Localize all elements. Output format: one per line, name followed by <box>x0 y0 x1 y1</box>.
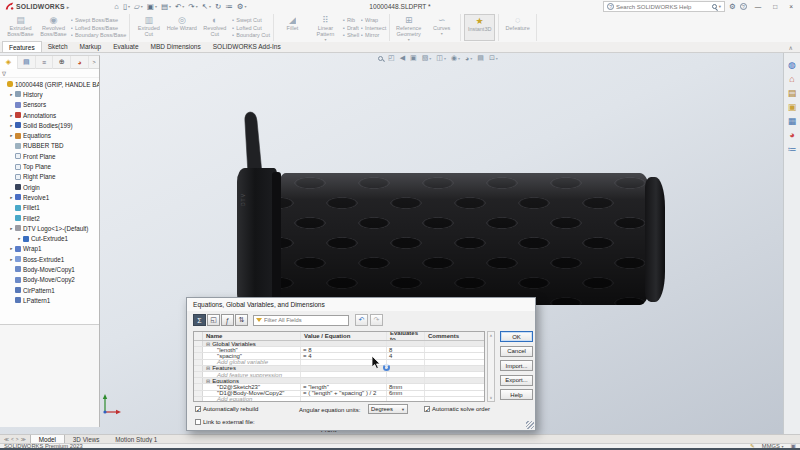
tree-item-right-plane[interactable]: Right Plane <box>0 172 99 182</box>
expand-arrow-icon[interactable]: ▸ <box>9 123 14 128</box>
redo-button[interactable]: ↷▾ <box>188 2 197 11</box>
cell-value[interactable]: = ( "length" + "spacing" ) / 2 <box>301 391 387 396</box>
cancel-button[interactable]: Cancel <box>500 346 533 357</box>
cell-name[interactable]: "length" <box>203 347 301 352</box>
tree-item-origin[interactable]: Origin <box>0 182 99 192</box>
cell-comment[interactable] <box>425 366 484 371</box>
cell-value[interactable] <box>301 378 387 383</box>
cell-name[interactable]: ⊟Equations <box>203 378 301 383</box>
collapse-icon[interactable]: ⊟ <box>206 341 210 346</box>
tab-dimxpertmanager[interactable]: ⊕ <box>53 56 71 69</box>
tab-mbd-dimensions[interactable]: MBD Dimensions <box>145 41 207 52</box>
column-header-evaluates-to[interactable]: Evaluates to <box>387 332 425 340</box>
ribbon-lofted-boss-base-button[interactable]: ▪Lofted Boss/Base <box>71 24 126 32</box>
ribbon-defeature-button[interactable]: ◌Defeature <box>502 14 533 41</box>
solidworks-logo[interactable]: SOLIDWORKS ▸ <box>0 2 74 11</box>
tree-item-cut-extrude1[interactable]: ▸Cut-Extrude1 <box>0 233 99 243</box>
link-external-check-icon[interactable] <box>195 419 201 425</box>
cell-comment[interactable] <box>425 360 484 365</box>
row-selector[interactable] <box>194 391 203 396</box>
search-icon[interactable] <box>712 4 717 9</box>
row-selector[interactable] <box>194 397 203 402</box>
cell-value[interactable] <box>301 341 387 346</box>
expand-arrow-icon[interactable]: ▸ <box>17 236 22 241</box>
tree-item-equations[interactable]: ▸Equations <box>0 130 99 140</box>
tree-item-boss-extrude1[interactable]: ▸Boss-Extrude1 <box>0 254 99 264</box>
scroll-up-icon[interactable]: ∧ <box>490 333 493 338</box>
ribbon-boundary-boss-base-button[interactable]: ▪Boundary Boss/Base <box>71 31 126 39</box>
tab-configurationmanager[interactable]: ≡ <box>36 56 54 69</box>
row-selector[interactable] <box>194 353 203 358</box>
undo-button[interactable]: ↶ <box>355 314 368 326</box>
tab-evaluate[interactable]: Evaluate <box>107 41 144 52</box>
file-explorer-icon[interactable]: ▣ <box>788 102 797 112</box>
manager-tabs-overflow[interactable]: > <box>89 59 99 65</box>
cell-comment[interactable] <box>425 347 484 352</box>
ribbon-shell-button[interactable]: ▪Shell <box>343 31 359 39</box>
expand-arrow-icon[interactable]: ▸ <box>9 133 14 138</box>
help-button[interactable]: Help <box>500 389 533 400</box>
redo-button[interactable]: ↷ <box>370 314 383 326</box>
auto-rebuild-check-icon[interactable] <box>195 406 201 412</box>
tab-markup[interactable]: Markup <box>74 41 108 52</box>
scroll-down-icon[interactable]: ∨ <box>490 395 493 400</box>
row-selector[interactable] <box>194 360 203 365</box>
3dexperience-icon[interactable]: ◍ <box>788 60 796 70</box>
hide-show-items-button[interactable]: ◉▾ <box>451 54 460 62</box>
expand-arrow-icon[interactable]: ▸ <box>9 257 14 262</box>
ribbon-boundary-cut-button[interactable]: ▪Boundary Cut <box>232 31 270 39</box>
ribbon-extruded-cut-button[interactable]: ▥Extruded Cut <box>133 14 164 41</box>
solidworks-resources-icon[interactable]: ⌂ <box>789 74 794 84</box>
cell-name[interactable]: "D2@Sketch23" <box>203 384 301 389</box>
dimension-view-button[interactable]: ƒ <box>221 314 234 326</box>
tree-item-front-plane[interactable]: Front Plane <box>0 151 99 161</box>
restore-button[interactable]: □ <box>769 3 781 10</box>
cell-name[interactable]: Add global variable <box>203 360 301 365</box>
expand-arrow-icon[interactable]: ▸ <box>9 92 14 97</box>
ribbon-wrap-button[interactable]: ▪Wrap <box>361 16 386 24</box>
sketch-equation-view-button[interactable]: ◱ <box>207 314 220 326</box>
tree-item-rubber-tbd[interactable]: RUBBER TBD <box>0 141 99 151</box>
cell-name[interactable]: Add equation <box>203 397 301 402</box>
zoom-fit-button[interactable] <box>378 56 383 61</box>
open-button[interactable]: ▱▾ <box>134 2 143 11</box>
custom-properties-icon[interactable]: ≔ <box>788 144 797 154</box>
cell-comment[interactable] <box>425 372 484 377</box>
design-library-icon[interactable]: ▤ <box>788 88 797 98</box>
ribbon-curves-button[interactable]: ∽Curves▾ <box>426 14 457 41</box>
table-scrollbar[interactable]: ∧∨ <box>487 331 495 402</box>
edit-appearance-button[interactable]: ◕▾ <box>465 55 472 62</box>
dialog-resize-grip[interactable] <box>526 421 534 429</box>
ribbon-mirror-button[interactable]: ▪Mirror <box>361 31 386 39</box>
cell-comment[interactable] <box>425 384 484 389</box>
tab-features[interactable]: Features <box>2 41 42 52</box>
previous-view-button[interactable]: ◀ <box>400 54 405 62</box>
ribbon-collapse-icon[interactable]: ∧ <box>789 44 793 51</box>
tree-item-body-move-copy2[interactable]: Body-Move/Copy2 <box>0 275 99 285</box>
home-button[interactable]: ⌂ <box>114 2 119 11</box>
ribbon-revolved-boss-base-button[interactable]: ◉Revolved Boss/Base <box>38 14 69 41</box>
column-header-value-equation[interactable]: Value / Equation <box>301 332 387 340</box>
new-button[interactable]: ▯▾ <box>123 2 130 11</box>
cell-comment[interactable] <box>425 391 484 396</box>
ok-button[interactable]: OK <box>500 331 533 342</box>
ribbon-draft-button[interactable]: ▪Draft <box>343 24 359 32</box>
tree-item-history[interactable]: ▸History <box>0 89 99 99</box>
cell-name[interactable]: ⊟Global Variables <box>203 341 301 346</box>
tree-item-sensors[interactable]: Sensors <box>0 100 99 110</box>
auto-solve-check-icon[interactable] <box>424 406 430 412</box>
expand-arrow-icon[interactable]: ▸ <box>9 113 14 118</box>
tree-item-10000448-grip-handle-bar[interactable]: 10000448 (GRIP, HANDLE BAR) <box>0 79 99 89</box>
tree-item-dtv-logo-1-default[interactable]: ▸DTV Logo<1>-(Default) <box>0 223 99 233</box>
cell-comment[interactable] <box>425 353 484 358</box>
tree-item-fillet1[interactable]: Fillet1 <box>0 203 99 213</box>
zoom-area-button[interactable]: ◰ <box>388 54 395 62</box>
row-selector[interactable] <box>194 384 203 389</box>
help-search-input[interactable] <box>616 4 710 10</box>
display-style-button[interactable]: ◫▾ <box>436 54 446 62</box>
tree-item-wrap1[interactable]: ▸Wrap1 <box>0 244 99 254</box>
minimize-button[interactable]: — <box>751 3 766 10</box>
cell-name[interactable]: ⊟Features <box>203 366 301 371</box>
row-selector[interactable] <box>194 347 203 352</box>
print-button[interactable]: ▤▾ <box>161 2 171 11</box>
